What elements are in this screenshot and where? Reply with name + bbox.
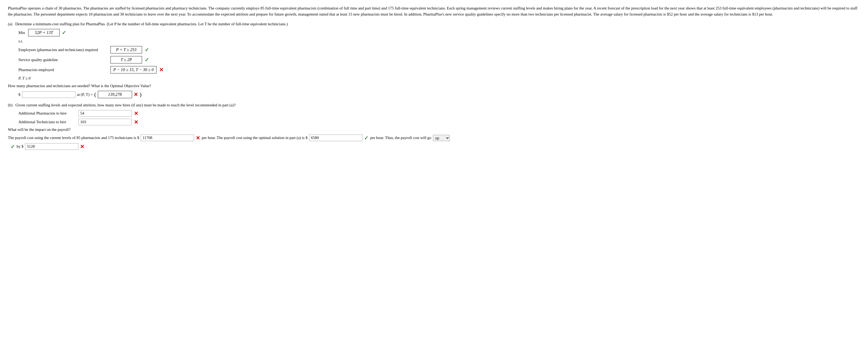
payroll-sub-row: ✓ by $ ✕ . bbox=[10, 143, 860, 150]
payroll-text-2: per hour. The payroll cost using the opt… bbox=[202, 136, 308, 140]
payroll-question: What will be the impact on the payroll? bbox=[8, 127, 860, 132]
optimal-value-box: 139,278 bbox=[98, 91, 132, 98]
technicians-hire-cross-icon: ✕ bbox=[134, 119, 138, 125]
payroll-current-input[interactable] bbox=[141, 135, 194, 141]
part-b-description: Given current staffing levels and expect… bbox=[16, 103, 236, 107]
by-label: by $ bbox=[17, 144, 23, 149]
optimal-value: 139,278 bbox=[108, 92, 122, 97]
st-label: s.t. bbox=[19, 39, 860, 44]
pharmacists-hire-input[interactable] bbox=[79, 110, 132, 117]
constraint-row-3: Pharmacists employed P − 10 ≥ 15, T − 30… bbox=[8, 66, 860, 74]
optimal-question: How many pharmacists and technicians are… bbox=[8, 84, 860, 88]
constraint-row-1: Employees (pharmacists and technicians) … bbox=[8, 46, 860, 53]
payroll-text-3: per hour. Thus, the payroll cost will go bbox=[370, 136, 431, 140]
payroll-sub-check-icon: ✓ bbox=[10, 143, 15, 150]
payroll-optimal-input[interactable] bbox=[309, 135, 363, 141]
part-b-label: (b) bbox=[8, 103, 12, 107]
objective-formula-box: 52P + 13T bbox=[28, 29, 60, 36]
period-label: . bbox=[86, 144, 87, 149]
technicians-hire-label: Additional Technicians to hire bbox=[19, 120, 76, 124]
constraint-row-2: Service quality guideline T ≤ 2P ✓ bbox=[8, 56, 860, 63]
payroll-main-row: The payroll cost using the current level… bbox=[8, 135, 860, 141]
technicians-hire-row: Additional Technicians to hire ✕ bbox=[19, 119, 860, 125]
payroll-current-cross-icon: ✕ bbox=[196, 135, 200, 141]
pt-nonneg-label: P, T ≥ 0 bbox=[19, 76, 860, 81]
part-a-description: Determine a minimum-cost staffing plan f… bbox=[15, 22, 288, 26]
dollar-input[interactable] bbox=[22, 91, 75, 98]
constraint-label-2: Service quality guideline bbox=[19, 58, 108, 62]
constraint-formula-1: P + T ≥ 253 bbox=[111, 46, 142, 53]
by-cross-icon: ✕ bbox=[80, 143, 85, 150]
optimal-cross-icon: ✕ bbox=[134, 91, 138, 98]
constraint-cross-icon-3: ✕ bbox=[159, 67, 164, 73]
dollar-label: $ bbox=[19, 92, 21, 97]
payroll-direction-select[interactable]: up down bbox=[433, 135, 450, 141]
open-paren: ( bbox=[94, 91, 96, 98]
pharmacists-hire-cross-icon: ✕ bbox=[134, 110, 138, 117]
close-paren: ) bbox=[140, 91, 142, 98]
by-value-input[interactable] bbox=[25, 143, 79, 150]
part-a-label: (a) bbox=[8, 22, 12, 26]
pharmacists-hire-label: Additional Pharmacists to hire bbox=[19, 111, 76, 116]
objective-formula: 52P + 13T bbox=[35, 30, 53, 35]
payroll-optimal-check-icon: ✓ bbox=[364, 135, 369, 141]
intro-paragraph: PharmaPlus operates a chain of 30 pharma… bbox=[8, 5, 860, 17]
constraint-check-icon-1: ✓ bbox=[145, 47, 149, 53]
part-b-header: (b) Given current staffing levels and ex… bbox=[8, 103, 860, 108]
constraint-formula-3: P − 10 ≥ 15, T − 30 ≥ 0 bbox=[111, 66, 156, 74]
constraint-label-3: Pharmacists employed bbox=[19, 68, 108, 72]
constraint-label-1: Employees (pharmacists and technicians) … bbox=[19, 48, 108, 52]
technicians-hire-input[interactable] bbox=[79, 119, 132, 125]
min-label: Min bbox=[19, 31, 25, 35]
constraint-formula-2: T ≤ 2P bbox=[111, 56, 142, 63]
at-pt-label: at (P, T) = bbox=[77, 92, 93, 97]
part-a-header: (a) Determine a minimum-cost staffing pl… bbox=[8, 22, 860, 26]
optimal-value-row: $ at (P, T) = ( 139,278 ✕ ) bbox=[19, 91, 860, 98]
constraint-check-icon-2: ✓ bbox=[145, 57, 149, 63]
payroll-text-1: The payroll cost using the current level… bbox=[8, 136, 139, 140]
objective-check-icon: ✓ bbox=[62, 29, 66, 36]
pharmacists-hire-row: Additional Pharmacists to hire ✕ bbox=[19, 110, 860, 117]
